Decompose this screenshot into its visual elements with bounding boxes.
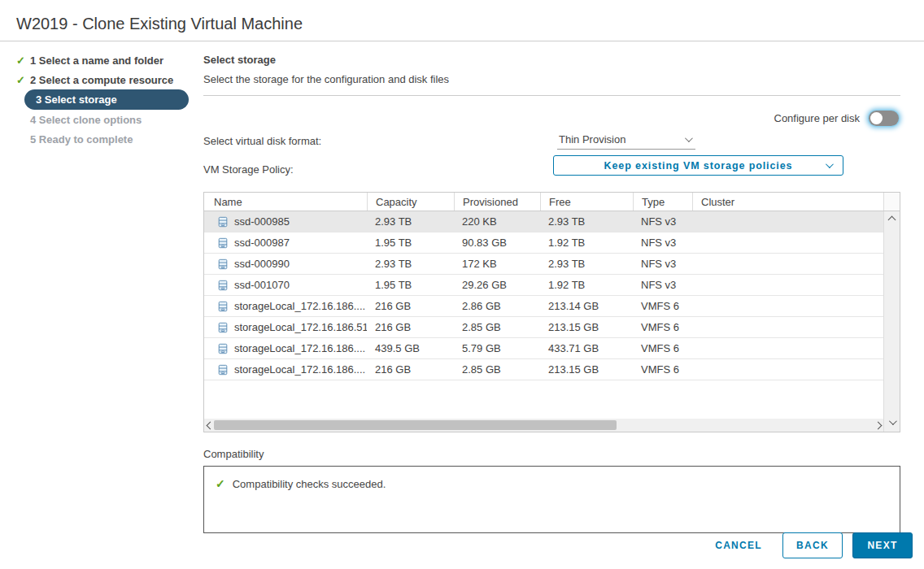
cell-name: ssd-000990 [204,254,367,274]
disk-format-select[interactable]: Thin Provision [557,130,695,150]
next-button[interactable]: NEXT [852,532,913,558]
step-label: 4 Select clone options [30,114,142,126]
cell-name: storageLocal_172.16.186.51 [204,317,367,337]
vertical-scrollbar[interactable] [883,211,900,432]
cell-provisioned: 172 KB [454,254,540,274]
datastore-name: storageLocal_172.16.186.... [234,363,365,376]
cell-cluster [692,232,883,253]
datastore-name: storageLocal_172.16.186.51 [234,321,367,333]
datastore-row[interactable]: ssd-000990 2.93 TB 172 KB 2.93 TB NFS v3 [204,254,883,275]
datastore-row[interactable]: ssd-000987 1.95 TB 90.83 GB 1.92 TB NFS … [204,232,883,254]
compatibility-label: Compatibility [203,448,900,460]
cell-free: 433.71 GB [540,338,633,358]
title-divider [0,41,924,41]
cell-provisioned: 29.26 GB [454,275,540,295]
cell-free: 2.93 TB [540,211,633,232]
storage-table-body: ssd-000985 2.93 TB 220 KB 2.93 TB NFS v3 [204,211,883,432]
wizard-step[interactable]: ✓ 1 Select a name and folder [0,50,203,70]
back-button[interactable]: BACK [782,532,843,558]
datastore-name: storageLocal_172.16.186.... [234,342,365,354]
storage-policy-select[interactable]: Keep existing VM storage policies [553,155,843,176]
disk-format-label: Select virtual disk format: [203,135,321,147]
column-header-capacity[interactable]: Capacity [367,193,454,211]
scroll-up-icon[interactable] [888,216,896,224]
wizard-step[interactable]: ✓ 4 Select clone options [0,110,203,129]
step-check-icon: ✓ [16,74,30,86]
scroll-right-icon[interactable] [872,423,883,428]
datastore-row[interactable]: storageLocal_172.16.186.... 439.5 GB 5.7… [204,338,883,359]
wizard-step[interactable]: ✓ 3 Select storage [24,89,189,110]
datastore-icon [217,364,229,376]
cell-cluster [692,359,883,380]
wizard-step[interactable]: ✓ 5 Ready to complete [0,129,203,149]
step-check-icon: ✓ [16,54,30,67]
table-header: NameCapacityProvisionedFreeTypeCluster [204,193,900,211]
column-header-type[interactable]: Type [633,193,692,211]
datastore-name: ssd-000990 [234,258,290,270]
configure-per-disk-label: Configure per disk [774,112,861,124]
cell-capacity: 216 GB [367,296,454,316]
configure-per-disk-toggle[interactable] [869,111,899,126]
chevron-down-icon [685,134,693,142]
wizard-title: W2019 - Clone Existing Virtual Machine [16,15,303,33]
wizard-footer: CANCEL BACK NEXT [715,532,913,558]
datastore-row[interactable]: ssd-000985 2.93 TB 220 KB 2.93 TB NFS v3 [204,211,883,232]
cell-cluster [692,317,883,337]
datastore-icon [217,301,229,312]
cell-type: VMFS 6 [633,338,692,358]
datastore-row[interactable]: storageLocal_172.16.186.... 216 GB 2.86 … [204,296,883,317]
cell-provisioned: 220 KB [454,211,540,232]
cell-type: NFS v3 [633,211,692,232]
cell-capacity: 439.5 GB [367,338,454,358]
toggle-knob [870,112,883,124]
wizard-steps: ✓ 1 Select a name and folder ✓ 2 Select … [0,50,203,149]
cell-type: NFS v3 [633,275,692,295]
storage-policy-label: VM Storage Policy: [203,163,294,176]
cell-provisioned: 2.85 GB [454,317,540,337]
cell-type: VMFS 6 [633,359,692,380]
datastore-icon [217,343,229,354]
cancel-button[interactable]: CANCEL [715,540,762,551]
storage-policy-value: Keep existing VM storage policies [604,160,793,172]
cell-type: NFS v3 [633,254,692,274]
cell-provisioned: 2.86 GB [454,296,540,316]
step-content: Select storage Select the storage for th… [203,49,900,533]
cell-name: ssd-001070 [204,275,367,295]
page-title: Select storage [203,54,900,66]
cell-free: 1.92 TB [540,232,633,253]
horizontal-scroll-thumb[interactable] [214,420,617,430]
datastore-row[interactable]: storageLocal_172.16.186.... 216 GB 2.85 … [204,359,883,380]
cell-name: storageLocal_172.16.186.... [204,359,367,380]
datastore-icon [217,280,229,291]
column-header-free[interactable]: Free [540,193,633,211]
scroll-down-icon[interactable] [889,417,897,425]
cell-provisioned: 90.83 GB [454,232,540,253]
cell-cluster [692,211,883,232]
horizontal-scrollbar[interactable] [204,419,883,432]
column-header-provisioned[interactable]: Provisioned [454,193,540,211]
cell-cluster [692,254,883,274]
compatibility-box: ✓ Compatibility checks succeeded. [203,466,900,533]
column-header-name[interactable]: Name [204,193,367,211]
cell-capacity: 216 GB [367,317,454,337]
cell-cluster [692,338,883,358]
success-check-icon: ✓ [216,477,225,490]
cell-capacity: 2.93 TB [367,211,454,232]
cell-cluster [692,275,883,295]
cell-name: storageLocal_172.16.186.... [204,296,367,316]
datastore-icon [217,322,229,333]
cell-name: ssd-000985 [204,211,367,232]
datastore-name: ssd-000987 [234,237,290,249]
column-header-cluster[interactable]: Cluster [692,193,883,211]
datastore-icon [217,237,229,249]
wizard-step[interactable]: ✓ 2 Select a compute resource [0,70,203,89]
datastore-row[interactable]: storageLocal_172.16.186.51 216 GB 2.85 G… [204,317,883,338]
cell-type: VMFS 6 [633,317,692,337]
datastore-row[interactable]: ssd-001070 1.95 TB 29.26 GB 1.92 TB NFS … [204,275,883,296]
cell-free: 213.15 GB [540,317,633,337]
clone-vm-wizard: W2019 - Clone Existing Virtual Machine ✓… [0,0,924,569]
cell-free: 213.15 GB [540,359,633,380]
step-label: 3 Select storage [36,93,117,106]
cell-type: VMFS 6 [633,296,692,316]
cell-free: 2.93 TB [540,254,633,274]
